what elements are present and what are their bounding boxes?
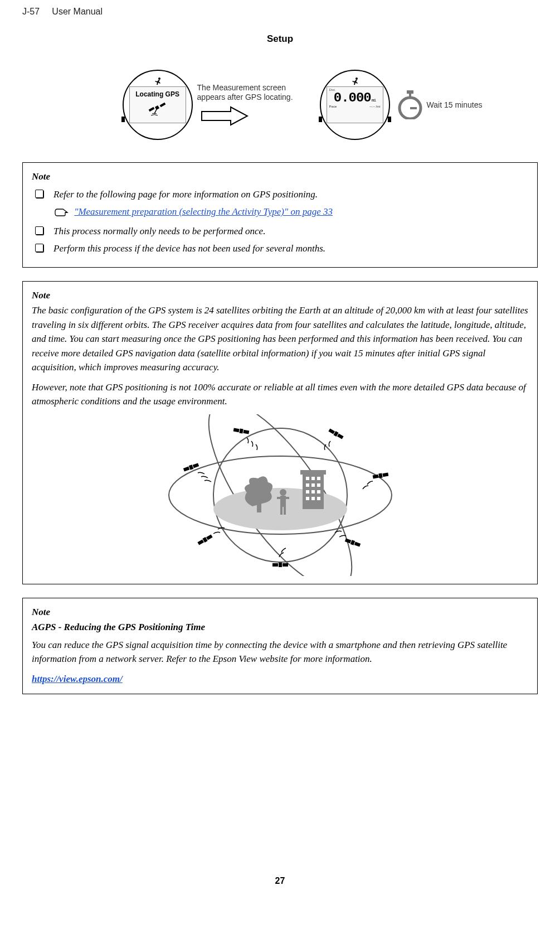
svg-rect-50 xyxy=(350,540,354,545)
svg-rect-23 xyxy=(306,490,309,493)
stopwatch-icon xyxy=(398,90,422,119)
svg-rect-1 xyxy=(148,107,154,112)
note-box-2: Note The basic configuration of the GPS … xyxy=(22,281,538,584)
svg-rect-33 xyxy=(284,507,286,515)
wait-label: Wait 15 minutes xyxy=(427,100,483,109)
svg-rect-45 xyxy=(372,475,378,479)
svg-rect-34 xyxy=(277,497,280,499)
svg-rect-21 xyxy=(311,483,315,487)
figure-caption: The Measurement screen appears after GPS… xyxy=(197,83,309,103)
page-number: 27 xyxy=(0,876,560,886)
gps-satellite-illustration xyxy=(32,414,528,576)
svg-rect-26 xyxy=(306,497,309,500)
note1-item-3: Perform this process if the device has n… xyxy=(53,241,325,256)
dist-unit: mi xyxy=(372,98,376,103)
note-title: Note xyxy=(32,288,528,303)
svg-rect-51 xyxy=(272,563,278,567)
note3-subheading: AGPS - Reducing the GPS Positioning Time xyxy=(32,620,528,635)
svg-point-30 xyxy=(280,489,286,496)
svg-rect-38 xyxy=(188,464,193,470)
note-title: Note xyxy=(32,605,528,620)
svg-rect-27 xyxy=(311,497,315,500)
svg-rect-53 xyxy=(279,563,282,567)
note3-body: You can reduce the GPS signal acquisitio… xyxy=(32,638,528,666)
note-box-1: Note Refer to the following page for mor… xyxy=(22,162,538,268)
page-header: J-57 User Manual xyxy=(22,6,538,33)
svg-rect-19 xyxy=(317,477,320,480)
svg-rect-25 xyxy=(317,490,320,493)
svg-rect-35 xyxy=(286,497,289,499)
svg-rect-18 xyxy=(311,477,315,480)
svg-point-5 xyxy=(356,78,358,80)
svg-rect-39 xyxy=(233,428,239,432)
svg-rect-40 xyxy=(243,430,249,434)
cross-ref-link[interactable]: "Measurement preparation (selecting the … xyxy=(74,206,333,217)
note2-paragraph-2: However, note that GPS positioning is no… xyxy=(32,380,528,409)
svg-rect-29 xyxy=(257,502,261,512)
epson-view-link[interactable]: https://view.epson.com/ xyxy=(32,674,123,684)
note-box-3: Note AGPS - Reducing the GPS Positioning… xyxy=(22,598,538,695)
svg-rect-37 xyxy=(192,463,198,468)
gps-locating-figure: Locating GPS xyxy=(100,70,504,140)
svg-rect-17 xyxy=(306,477,309,480)
runner-icon xyxy=(349,78,361,85)
svg-point-0 xyxy=(158,78,160,80)
bullet-icon xyxy=(35,226,43,235)
svg-rect-48 xyxy=(344,538,350,543)
satellite-icon xyxy=(148,100,168,117)
note-title: Note xyxy=(32,170,528,184)
watch-locating-gps: Locating GPS xyxy=(123,70,193,140)
svg-rect-16 xyxy=(300,470,326,475)
note1-item-1: Refer to the following page for more inf… xyxy=(53,187,318,202)
svg-rect-20 xyxy=(306,483,309,487)
note2-paragraph-1: The basic configuration of the GPS syste… xyxy=(32,303,528,375)
svg-rect-49 xyxy=(354,541,360,546)
svg-rect-55 xyxy=(206,534,212,540)
bullet-icon xyxy=(35,190,43,198)
svg-rect-54 xyxy=(197,539,204,545)
svg-rect-3 xyxy=(154,105,159,110)
svg-rect-22 xyxy=(317,483,320,487)
doc-type: User Manual xyxy=(52,7,103,16)
pace-label: Pace xyxy=(329,105,337,108)
arrow-icon xyxy=(201,105,249,127)
dist-value: 0.000 xyxy=(334,90,371,105)
svg-rect-42 xyxy=(328,428,335,434)
svg-rect-6 xyxy=(407,90,413,94)
svg-rect-46 xyxy=(382,472,388,477)
watch-measurement-screen: Dist. 0.000mi Pace --:-- /mi xyxy=(320,70,390,140)
svg-rect-31 xyxy=(280,496,286,507)
runner-icon xyxy=(152,78,163,85)
svg-rect-2 xyxy=(159,103,165,107)
locating-gps-label: Locating GPS xyxy=(135,90,179,98)
svg-rect-43 xyxy=(337,433,343,439)
note1-item-2: This process normally only needs to be p… xyxy=(53,224,265,239)
svg-rect-28 xyxy=(317,497,320,500)
pace-unit: /mi xyxy=(376,105,381,108)
bullet-icon xyxy=(35,244,43,252)
product-code: J-57 xyxy=(22,7,40,16)
pace-value: --:-- xyxy=(369,105,375,108)
stopwatch-figure: Wait 15 minutes xyxy=(398,90,483,119)
section-title: Setup xyxy=(22,33,538,45)
svg-rect-32 xyxy=(280,507,283,515)
svg-rect-24 xyxy=(311,490,315,493)
svg-rect-52 xyxy=(283,563,288,567)
svg-rect-41 xyxy=(239,428,243,433)
svg-rect-36 xyxy=(183,466,189,471)
hand-pointer-icon xyxy=(54,205,69,220)
